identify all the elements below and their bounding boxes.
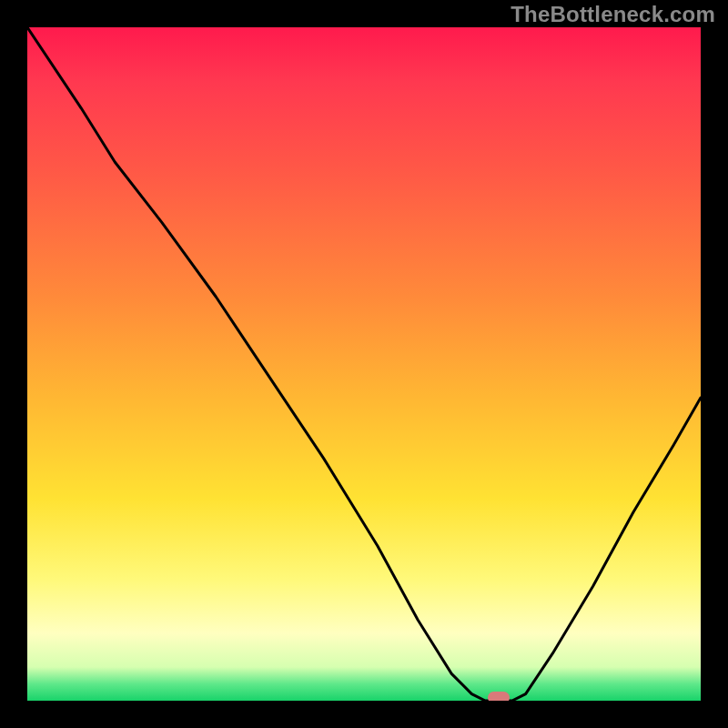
watermark-text: TheBottleneck.com — [511, 2, 715, 27]
bottleneck-curve-path — [27, 27, 701, 701]
plot-area — [27, 27, 701, 701]
bottleneck-curve-svg — [27, 27, 701, 701]
optimal-marker — [488, 692, 510, 701]
frame: TheBottleneck.com — [0, 0, 728, 728]
